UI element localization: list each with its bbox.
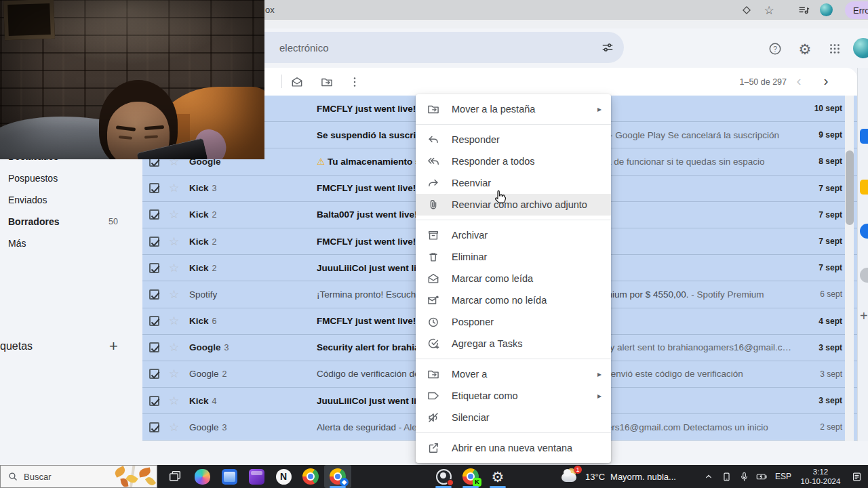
error-badge[interactable]: Error	[845, 1, 868, 19]
menu-item-eliminar[interactable]: Eliminar	[416, 246, 611, 268]
menu-item-label: Eliminar	[452, 251, 601, 262]
menu-item-marcar-como-no-leida[interactable]: Marcar como no leída	[416, 289, 611, 311]
taskbar-app-movies-app[interactable]	[216, 465, 243, 488]
move-to-icon[interactable]	[319, 75, 334, 89]
scrollbar[interactable]	[845, 96, 854, 441]
reply-icon	[427, 133, 440, 146]
sidebar-item-borradores[interactable]: Borradores50	[0, 211, 142, 232]
mark-read-icon[interactable]	[290, 75, 304, 89]
menu-item-reenviar-como-archivo-adjunto[interactable]: Reenviar como archivo adjunto	[416, 194, 611, 216]
weather-temp: 13°C	[585, 472, 605, 482]
tablet-icon[interactable]	[717, 465, 735, 488]
row-checkbox-checked[interactable]	[149, 237, 159, 247]
thread-count: 2	[212, 264, 217, 273]
star-icon[interactable]: ☆	[169, 342, 181, 353]
weather-widget[interactable]: 1 13°C Mayorm. nubla...	[560, 465, 676, 488]
chevron-up-icon[interactable]	[700, 465, 717, 488]
taskbar-app-copilot[interactable]	[189, 465, 216, 488]
taskbar-app-n-app[interactable]: N	[270, 465, 297, 488]
thread-count: 4	[212, 396, 217, 406]
more-vert-icon[interactable]	[347, 75, 362, 89]
error-badge-label: Error	[853, 5, 868, 16]
taskbar-app-media-app[interactable]	[243, 465, 270, 488]
star-icon[interactable]: ☆	[169, 289, 181, 300]
notification-panel-icon[interactable]	[845, 465, 868, 488]
star-icon[interactable]: ☆	[169, 236, 181, 247]
help-icon[interactable]: ?	[766, 40, 784, 58]
menu-item-posponer[interactable]: Posponer	[416, 311, 611, 333]
row-checkbox-checked[interactable]	[149, 263, 159, 273]
menu-group: Mover a la pestaña▸	[416, 98, 611, 120]
taskbar-app-task-view[interactable]	[161, 465, 189, 488]
prev-page-button[interactable]: ‹	[789, 72, 808, 91]
calendar-icon[interactable]	[860, 129, 868, 144]
apps-grid-icon[interactable]	[826, 40, 844, 58]
language-indicator[interactable]: ESP	[770, 472, 796, 481]
label-icon	[427, 389, 440, 403]
copilot-icon	[195, 469, 210, 485]
reading-list-icon[interactable]	[797, 3, 810, 17]
email-date: 3 sept	[792, 369, 842, 379]
menu-item-marcar-como-leida[interactable]: Marcar como leída	[416, 268, 611, 289]
row-checkbox-checked[interactable]	[149, 289, 159, 300]
email-date: 8 sept	[792, 157, 842, 166]
gmail-profile-avatar[interactable]	[853, 38, 868, 58]
sidebar-item-count: 50	[108, 217, 118, 226]
star-icon[interactable]: ☆	[169, 395, 181, 407]
clock-widget[interactable]: 3:12 10-10-2024	[796, 467, 845, 487]
gear-icon[interactable]: ⚙	[796, 40, 814, 58]
row-checkbox-checked[interactable]	[149, 369, 159, 379]
star-icon[interactable]: ☆	[169, 182, 181, 194]
taskbar-app-obs[interactable]	[430, 465, 457, 488]
tune-icon[interactable]	[601, 41, 614, 54]
email-sender: Kick2	[189, 237, 317, 247]
add-label-button[interactable]: +	[109, 338, 118, 355]
taskbar-app-chrome-active[interactable]: ◆	[324, 465, 351, 488]
taskbar-app-settings-gear[interactable]: ⚙	[484, 465, 511, 488]
star-icon[interactable]: ☆	[169, 422, 181, 433]
sidebar-item-mas[interactable]: Más	[0, 232, 142, 254]
menu-item-etiquetar-como[interactable]: Etiquetar como▸	[416, 385, 611, 407]
submenu-arrow-icon: ▸	[597, 391, 601, 401]
next-page-button[interactable]: ›	[816, 72, 835, 91]
system-tray: ESP 3:12 10-10-2024	[700, 465, 868, 488]
star-icon[interactable]: ☆	[169, 262, 181, 274]
row-checkbox-checked[interactable]	[149, 209, 159, 220]
taskbar-app-chrome-kick[interactable]: K	[457, 465, 484, 488]
row-checkbox-checked[interactable]	[149, 342, 159, 352]
keep-icon[interactable]	[860, 180, 868, 195]
email-context-menu: Mover a la pestaña▸ResponderResponder a …	[416, 94, 611, 463]
browser-tab-title[interactable]: ox	[265, 5, 275, 15]
taskbar-search-input[interactable]: Buscar	[0, 465, 157, 488]
row-checkbox-checked[interactable]	[149, 422, 159, 432]
scrollbar-thumb[interactable]	[846, 150, 854, 225]
task-view-icon	[167, 469, 182, 484]
menu-item-archivar[interactable]: Archivar	[416, 224, 611, 246]
menu-item-mover-a[interactable]: Mover a▸	[416, 363, 611, 385]
sidebar-item-pospuestos[interactable]: Pospuestos	[0, 167, 142, 189]
plus-icon[interactable]: +	[860, 308, 868, 323]
search-input[interactable]: electrónico	[244, 32, 624, 63]
mic-icon[interactable]	[735, 465, 753, 488]
sidebar-item-enviados[interactable]: Enviados	[0, 189, 142, 211]
menu-item-reenviar[interactable]: Reenviar	[416, 172, 611, 194]
menu-item-mover-a-la-pestana[interactable]: Mover a la pestaña▸	[416, 98, 611, 120]
labels-title: quetas	[0, 340, 33, 352]
row-checkbox-checked[interactable]	[149, 396, 159, 406]
taskbar-app-chrome[interactable]	[297, 465, 324, 488]
vignette	[0, 0, 264, 159]
browser-profile-avatar[interactable]	[820, 3, 833, 16]
menu-item-abrir-en-una-nueva-ventana[interactable]: Abrir en una nueva ventana	[416, 437, 611, 459]
star-icon[interactable]: ☆	[169, 315, 181, 327]
menu-item-responder[interactable]: Responder	[416, 129, 611, 150]
row-checkbox-checked[interactable]	[149, 183, 159, 193]
battery-icon[interactable]	[753, 465, 770, 488]
menu-item-silenciar[interactable]: Silenciar	[416, 407, 611, 428]
menu-item-agregar-a-tasks[interactable]: Agregar a Tasks	[416, 333, 611, 354]
extension-icon[interactable]	[740, 3, 753, 17]
star-icon[interactable]: ☆	[169, 209, 181, 220]
row-checkbox-checked[interactable]	[149, 316, 159, 326]
bookmark-star-icon[interactable]: ☆	[762, 3, 776, 17]
menu-item-responder-a-todos[interactable]: Responder a todos	[416, 150, 611, 172]
star-icon[interactable]: ☆	[169, 368, 181, 380]
